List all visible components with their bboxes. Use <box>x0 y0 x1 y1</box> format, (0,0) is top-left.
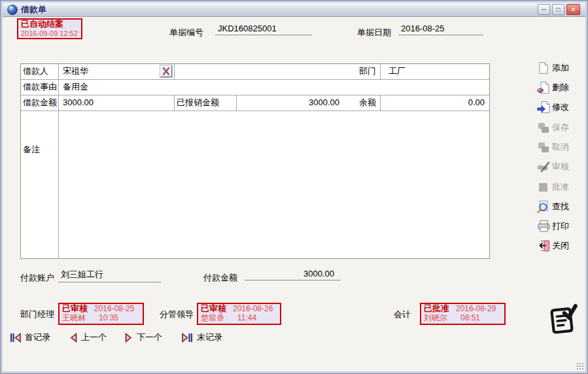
dept-manager-approval-stamp: 已审核2016-08-25 王晓林10:35 <box>58 303 144 325</box>
borrower-field[interactable]: 宋祖华 <box>63 63 158 79</box>
grid-line <box>174 95 175 110</box>
balance-label: 余额 <box>350 95 376 110</box>
close-window-button[interactable]: ✕ <box>566 4 580 15</box>
previous-record-button[interactable]: 上一个 <box>69 331 107 344</box>
supervisor-label: 分管领导 <box>160 309 194 320</box>
doc-no-field[interactable]: JKD160825001 <box>215 24 312 35</box>
globe-icon <box>7 5 18 15</box>
close-door-icon <box>537 239 550 252</box>
payment-account-field[interactable]: 刘三姐工行 <box>58 269 161 282</box>
supervisor-approval-stamp: 已审核2016-08-26 楚留香11:44 <box>197 303 281 325</box>
window-title: 借款单 <box>21 4 46 16</box>
last-record-button[interactable]: 末记录 <box>182 331 222 344</box>
last-record-icon <box>182 333 193 343</box>
title-bar[interactable]: 借款单 ─ □ ✕ <box>3 3 585 17</box>
auto-settled-datetime: 2016-09-09 12:52 <box>21 29 78 38</box>
first-record-icon <box>10 333 21 343</box>
approve-icon <box>537 180 550 194</box>
person-picker-icon[interactable] <box>160 65 172 77</box>
auto-settled-status: 已自动结案 <box>21 20 78 29</box>
modify-button[interactable]: 修改 <box>537 100 587 114</box>
payment-amount-field[interactable]: 3000.00 <box>245 269 341 280</box>
payment-amount-label: 付款金额 <box>203 272 237 284</box>
delete-button[interactable]: 删除 <box>537 80 587 95</box>
previous-record-icon <box>69 333 77 343</box>
dept-label: 部门 <box>308 63 376 79</box>
approve-button: 批准 <box>537 180 587 194</box>
loan-form-window: 借款单 ─ □ ✕ 已自动结案 2016-09-09 12:52 单据编号 JK… <box>0 0 588 374</box>
approved-stamp-icon <box>545 300 583 341</box>
borrower-label: 借款人 <box>23 63 48 79</box>
maximize-button[interactable]: □ <box>552 4 564 15</box>
audit-icon <box>537 160 550 173</box>
save-button: 保存 <box>537 120 587 135</box>
accountant-label: 会计 <box>394 309 411 320</box>
dept-field[interactable]: 工厂 <box>389 63 487 79</box>
grid-line <box>380 64 381 79</box>
doc-no-label: 单据编号 <box>169 27 203 39</box>
resize-grip[interactable] <box>576 362 585 371</box>
add-button[interactable]: 添加 <box>537 61 587 75</box>
next-record-icon <box>125 333 133 343</box>
search-icon <box>537 200 550 213</box>
next-record-button[interactable]: 下一个 <box>125 331 162 344</box>
loan-amount-field[interactable]: 3000.00 <box>63 95 167 110</box>
cancel-button: 取消 <box>537 140 587 154</box>
doc-date-field[interactable]: 2016-08-25 <box>398 24 483 35</box>
dept-manager-label: 部门经理 <box>20 309 54 320</box>
find-button[interactable]: 查找 <box>537 199 587 214</box>
doc-add-icon <box>537 61 550 75</box>
auto-settled-stamp: 已自动结案 2016-09-09 12:52 <box>17 18 82 39</box>
loan-amount-label: 借款金额 <box>23 95 57 110</box>
doc-delete-icon <box>537 81 550 94</box>
save-icon <box>537 121 550 134</box>
first-record-button[interactable]: 首记录 <box>10 331 50 344</box>
grid-line <box>380 95 381 110</box>
balance-field[interactable]: 0.00 <box>393 95 485 110</box>
remark-label: 备注 <box>23 142 40 158</box>
reimbursed-label: 已报销金额 <box>177 95 219 110</box>
cancel-icon <box>537 141 550 154</box>
reimbursed-field[interactable]: 3000.00 <box>236 95 339 110</box>
doc-edit-icon <box>537 101 550 114</box>
reason-field[interactable]: 备用金 <box>63 79 481 95</box>
grid-line <box>58 64 59 258</box>
payment-account-label: 付款账户 <box>20 272 54 284</box>
audit-button: 审核 <box>537 160 587 174</box>
reason-label: 借款事由 <box>23 79 57 95</box>
print-icon <box>537 220 550 233</box>
remark-field[interactable] <box>60 111 489 258</box>
close-button[interactable]: 关闭 <box>537 239 587 253</box>
grid-line <box>174 64 175 79</box>
minimize-button[interactable]: ─ <box>538 4 550 15</box>
print-button[interactable]: 打印 <box>537 219 587 233</box>
accountant-approval-stamp: 已批准2016-08-29 刘晓尔08:51 <box>420 303 506 325</box>
doc-date-label: 单据日期 <box>357 27 391 39</box>
